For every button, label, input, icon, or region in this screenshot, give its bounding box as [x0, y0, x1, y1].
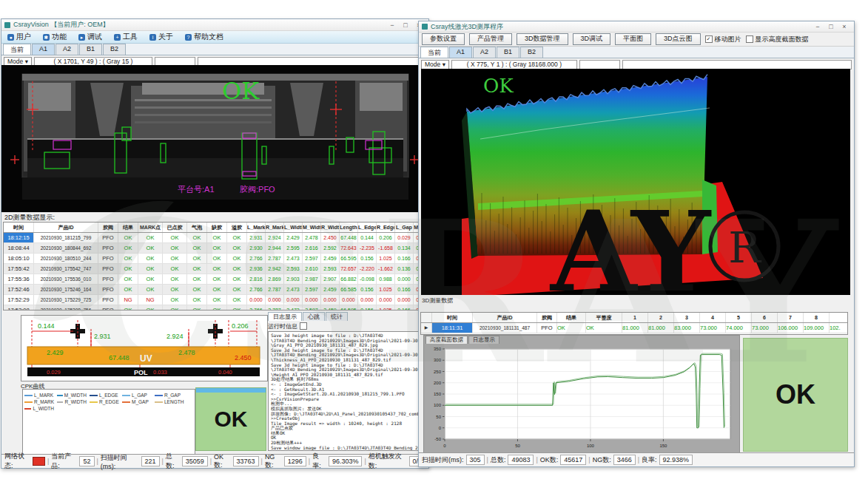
menu-关于[interactable]: i关于: [144, 31, 179, 43]
left-titlebar[interactable]: CsrayVision 【当前用户: OEM】 − □ ×: [1, 19, 428, 31]
cell-value: 0.156: [358, 285, 377, 294]
col-L_Mark: L_Mark: [247, 223, 266, 232]
cell-status: OK: [118, 243, 138, 253]
log-output[interactable]: Save 3d height image to file : D:\JTA03T…: [268, 331, 419, 451]
table-row[interactable]: 17:52:4620210930_175246_164PFOOKOKOKOKOK…: [4, 285, 421, 295]
cell-status: OK: [227, 264, 247, 274]
cell-status: OK: [227, 233, 247, 242]
window-title: CsrayVision 【当前用户: OEM】: [13, 20, 110, 30]
chart-tab-日志显示[interactable]: 日志显示: [468, 336, 499, 344]
toolbar-button-平面图[interactable]: 平面图: [615, 33, 651, 45]
tab3d-B1[interactable]: B1: [497, 47, 519, 58]
status-label: NG数:: [265, 453, 282, 470]
cell-value: 2.473: [284, 254, 303, 263]
cell3d-time: 18:11:31: [432, 323, 473, 333]
help-menu-icon: ?: [185, 34, 192, 41]
chart-tab-高度截面数据[interactable]: 高度截面数据: [425, 336, 468, 344]
xray-image-view[interactable]: OK 平台号:A1 胶阀:PFO: [1, 65, 428, 212]
status-label: 总数:: [166, 452, 180, 471]
cell-value: -1.662: [377, 264, 395, 274]
tab-B1[interactable]: B1: [79, 44, 102, 55]
close-button-3d[interactable]: ×: [838, 21, 851, 32]
cell-value: 0.000: [395, 274, 414, 284]
tab3d-A2[interactable]: A2: [473, 47, 496, 58]
csray-3d-window: Csray线激光3D测厚程序 − □ × 参数设置产品管理3D数据管理3D调试平…: [418, 21, 855, 467]
cell-value: -0.098: [358, 274, 377, 284]
surface-3d-view[interactable]: AY R OK: [421, 69, 850, 295]
tab3d-当前[interactable]: 当前: [420, 47, 448, 58]
table-row[interactable]: 17:55:3620210930_175536_010PFOOKOKOKOKOK…: [4, 274, 421, 285]
minimize-button[interactable]: −: [386, 20, 399, 30]
cell-status: OK: [118, 285, 138, 294]
height-profile-chart: -50050100150200250300350050100150: [425, 344, 738, 451]
cell3d-value: 73.000: [752, 323, 778, 333]
menu-调试[interactable]: ▸调试: [73, 31, 108, 43]
col3d-产品ID: 产品ID: [473, 313, 537, 322]
checkbox-label: 显示高度截面数据: [756, 35, 809, 44]
menu-工具[interactable]: +工具: [108, 31, 144, 43]
table-3d-label: 3D测量数据: [422, 296, 453, 305]
table-row[interactable]: 18:12:1520210930_181215_799PFOOKOKOKOKOK…: [4, 233, 421, 243]
cell-id: 20210930_175208_756: [34, 305, 98, 310]
tab-A2[interactable]: A2: [55, 44, 78, 55]
table-2d[interactable]: 时间产品ID胶阀结果MARK点已点胶气泡缺胶溢胶L_MarkR_MarkL_Wi…: [3, 222, 422, 310]
cell-value: 66.595: [340, 254, 358, 263]
toolbar-button-3D调试[interactable]: 3D调试: [573, 33, 611, 45]
toolbar-button-3D数据管理[interactable]: 3D数据管理: [517, 33, 568, 45]
menu-bar: ●用户✱功能▸调试+工具i关于?帮助文档: [1, 31, 428, 44]
tab3d-A1[interactable]: A1: [449, 47, 472, 58]
cell-value: 2.869: [266, 274, 284, 284]
cell-valve: PFO: [98, 295, 118, 305]
tab-B2[interactable]: B2: [103, 44, 126, 55]
cell-value: 66.595: [340, 305, 358, 310]
legend-name: M_GAP: [132, 399, 149, 404]
table-row[interactable]: 18:05:1020210930_180510_244PFOOKOKOKOKOK…: [4, 254, 421, 264]
legend-name: L_WIDTH: [33, 406, 54, 411]
legend-name: LENGTH: [164, 399, 184, 404]
network-status-icon: [33, 457, 45, 466]
toolbar-checkbox-移动图片[interactable]: ✓移动图片: [705, 35, 741, 44]
log-tab-日志显示[interactable]: 日志显示: [268, 312, 302, 321]
menu-用户[interactable]: ●用户: [1, 31, 37, 43]
cell-value: 0.000: [377, 295, 395, 305]
tab-当前[interactable]: 当前: [3, 44, 31, 55]
table-row[interactable]: 17:52:2920210930_175229_725PFONGNGOKOKOK…: [4, 295, 421, 305]
table-3d[interactable]: 时间产品ID胶阀结果平整度12345678▶18:11:3120210930_1…: [420, 312, 848, 335]
log-tab-心跳[interactable]: 心跳: [303, 312, 325, 321]
cell3d-value: 81.000: [622, 323, 648, 333]
menu-帮助文档[interactable]: ?帮助文档: [179, 31, 229, 43]
maximize-button[interactable]: □: [399, 20, 412, 30]
dim-rwidth: 2.450: [235, 354, 252, 362]
table-row[interactable]: 18:08:4420210930_180844_692PFOOKOKOKOKOK…: [4, 243, 421, 254]
runtime-info-checkbox[interactable]: [300, 322, 307, 330]
status-separator: |: [364, 458, 366, 465]
cell-status: OK: [187, 254, 207, 263]
minimize-button-3d[interactable]: −: [811, 21, 824, 32]
table-row[interactable]: 17:52:0820210930_175208_756PFOOKOKOKOKOK…: [4, 305, 421, 310]
toolbar-button-产品管理[interactable]: 产品管理: [469, 33, 512, 45]
legend-name: R_EDGE: [99, 399, 119, 404]
table-row[interactable]: 17:55:4220210930_175542_747PFOOKOKOKOKOK…: [4, 264, 421, 274]
cell-status: OK: [138, 233, 163, 242]
toolbar-button-参数设置[interactable]: 参数设置: [422, 33, 465, 45]
toolbar-checkbox-显示高度截面数据[interactable]: 显示高度截面数据: [746, 35, 809, 44]
cell-status: OK: [163, 264, 187, 274]
status-3d-label: OK数:: [540, 455, 559, 465]
maximize-button-3d[interactable]: □: [824, 21, 838, 32]
svg-text:250: 250: [434, 370, 442, 374]
svg-text:R: R: [728, 223, 762, 273]
cell-value: 2.944: [266, 243, 284, 253]
toolbar-button-3D点云图[interactable]: 3D点云图: [656, 33, 701, 45]
log-tab-统计[interactable]: 统计: [326, 312, 348, 321]
cell-value: 0.988: [377, 274, 395, 284]
tab3d-B2[interactable]: B2: [520, 47, 543, 58]
status-3d-label: NG数:: [593, 455, 611, 465]
tab-A1[interactable]: A1: [32, 44, 55, 55]
cell-time: 18:05:10: [4, 254, 34, 263]
table-3d-row[interactable]: ▶18:11:3120210930_181131_487PFOOKOK81.00…: [421, 323, 847, 333]
mode-dropdown-3d[interactable]: Mode ▾: [421, 60, 449, 69]
legend-L_EDGE: L_EDGE: [90, 393, 119, 398]
menu-功能[interactable]: ✱功能: [37, 31, 73, 43]
right-titlebar[interactable]: Csray线激光3D测厚程序 − □ ×: [419, 21, 854, 33]
cell3d-value: 73.000: [700, 323, 726, 333]
